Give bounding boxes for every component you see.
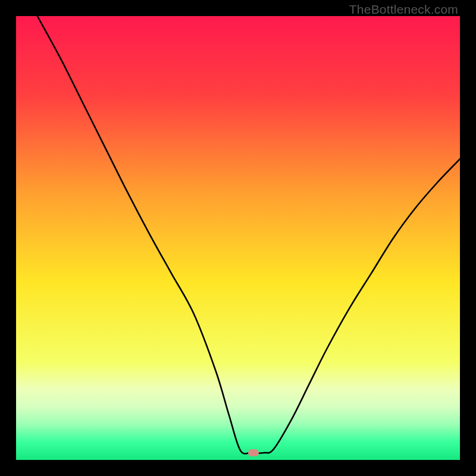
- curve-layer: [16, 16, 460, 460]
- watermark-text: TheBottleneck.com: [349, 2, 458, 17]
- bottleneck-curve-path: [37, 16, 460, 454]
- minimum-marker: [248, 449, 259, 456]
- bottleneck-chart: TheBottleneck.com: [0, 0, 476, 476]
